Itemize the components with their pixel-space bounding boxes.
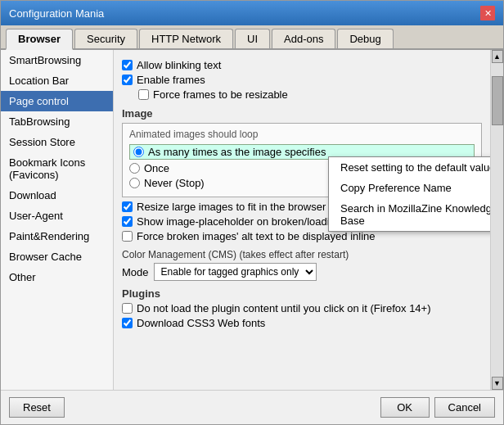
sidebar-item-page-control[interactable]: Page control — [1, 91, 113, 111]
sidebar-item-session-store[interactable]: Session Store — [1, 132, 113, 152]
allow-blinking-checkbox[interactable] — [122, 60, 133, 70]
tab-bar: Browser Security HTTP Network UI Add-ons… — [1, 25, 503, 50]
tab-browser[interactable]: Browser — [6, 29, 73, 50]
force-broken-alt-checkbox[interactable] — [122, 231, 133, 242]
enable-frames-row: Enable frames — [122, 74, 482, 86]
force-frames-row: Force frames to be resizable — [122, 88, 482, 101]
image-section-label: Image — [122, 107, 482, 120]
force-broken-alt-row: Force broken images' alt text to be disp… — [122, 230, 482, 242]
plugins-label: Plugins — [122, 287, 482, 300]
footer: Reset OK Cancel — [1, 390, 503, 424]
title-bar: Configuration Mania ✕ — [1, 1, 503, 25]
mode-dropdown[interactable]: Enable for tagged graphics only — [154, 263, 317, 281]
radio-never[interactable] — [129, 178, 140, 188]
sidebar-item-tabbrowsing[interactable]: TabBrowsing — [1, 111, 113, 132]
scrollbar[interactable]: ▲ ▼ — [490, 50, 503, 390]
sidebar-item-paint-rendering[interactable]: Paint&Rendering — [1, 226, 113, 246]
window-title: Configuration Mania — [9, 7, 104, 20]
ok-button[interactable]: OK — [380, 397, 430, 418]
animated-images-label: Animated images should loop — [129, 129, 475, 140]
mode-label: Mode — [122, 266, 149, 278]
no-plugin-load-label: Do not load the plugin content until you… — [137, 302, 431, 314]
enable-frames-label: Enable frames — [137, 74, 205, 86]
scroll-down-button[interactable]: ▼ — [492, 377, 503, 390]
sidebar-item-download[interactable]: Download — [1, 185, 113, 206]
scroll-up-button[interactable]: ▲ — [492, 50, 503, 63]
radio-never-label: Never (Stop) — [144, 177, 205, 189]
tab-http-network[interactable]: HTTP Network — [139, 29, 233, 48]
sidebar-item-bookmark-icons[interactable]: Bookmark Icons (Favicons) — [1, 152, 113, 185]
force-frames-label: Force frames to be resizable — [153, 88, 288, 101]
enable-frames-checkbox[interactable] — [122, 75, 133, 85]
radio-as-many[interactable] — [133, 147, 144, 157]
sidebar-item-user-agent[interactable]: User-Agent — [1, 206, 113, 226]
download-css-label: Download CSS3 Web fonts — [137, 317, 265, 329]
no-plugin-load-row: Do not load the plugin content until you… — [122, 302, 482, 314]
context-menu-item-copy-pref[interactable]: Copy Preference Name — [329, 178, 490, 198]
tab-add-ons[interactable]: Add-ons — [272, 29, 335, 48]
no-plugin-load-checkbox[interactable] — [122, 303, 133, 314]
show-placeholder-checkbox[interactable] — [122, 216, 133, 227]
color-mgmt-label: Color Management (CMS) (takes effect aft… — [122, 249, 482, 260]
radio-as-many-label: As many times as the image specifies — [148, 146, 326, 158]
context-menu: Reset setting to the default value Copy … — [328, 156, 490, 232]
scroll-thumb[interactable] — [492, 76, 503, 125]
context-menu-item-reset[interactable]: Reset setting to the default value — [329, 157, 490, 178]
mode-row: Mode Enable for tagged graphics only — [122, 263, 482, 281]
reset-button[interactable]: Reset — [9, 397, 65, 418]
radio-once-label: Once — [144, 162, 169, 174]
force-broken-alt-label: Force broken images' alt text to be disp… — [137, 230, 376, 242]
tab-security[interactable]: Security — [74, 29, 137, 48]
content-area: SmartBrowsing Location Bar Page control … — [1, 50, 503, 390]
sidebar: SmartBrowsing Location Bar Page control … — [1, 50, 114, 390]
main-panel: Allow blinking text Enable frames Force … — [114, 50, 490, 390]
radio-once[interactable] — [129, 163, 140, 174]
sidebar-item-smartbrowsing[interactable]: SmartBrowsing — [1, 50, 113, 70]
context-menu-item-search-mz[interactable]: Search in MozillaZine Knowledge Base — [329, 198, 490, 231]
allow-blinking-label: Allow blinking text — [137, 59, 221, 71]
force-frames-checkbox[interactable] — [138, 89, 149, 100]
window: Configuration Mania ✕ Browser Security H… — [0, 0, 504, 425]
sidebar-item-location-bar[interactable]: Location Bar — [1, 70, 113, 91]
cancel-button[interactable]: Cancel — [434, 397, 495, 418]
allow-blinking-row: Allow blinking text — [122, 59, 482, 71]
resize-large-checkbox[interactable] — [122, 201, 133, 212]
plugins-section: Plugins Do not load the plugin content u… — [122, 287, 482, 329]
tab-ui[interactable]: UI — [235, 29, 270, 48]
download-css-checkbox[interactable] — [122, 318, 133, 328]
tab-debug[interactable]: Debug — [337, 29, 393, 48]
download-css-row: Download CSS3 Web fonts — [122, 317, 482, 329]
close-button[interactable]: ✕ — [480, 6, 495, 20]
footer-right: OK Cancel — [380, 397, 495, 418]
sidebar-item-browser-cache[interactable]: Browser Cache — [1, 246, 113, 267]
sidebar-item-other[interactable]: Other — [1, 267, 113, 287]
